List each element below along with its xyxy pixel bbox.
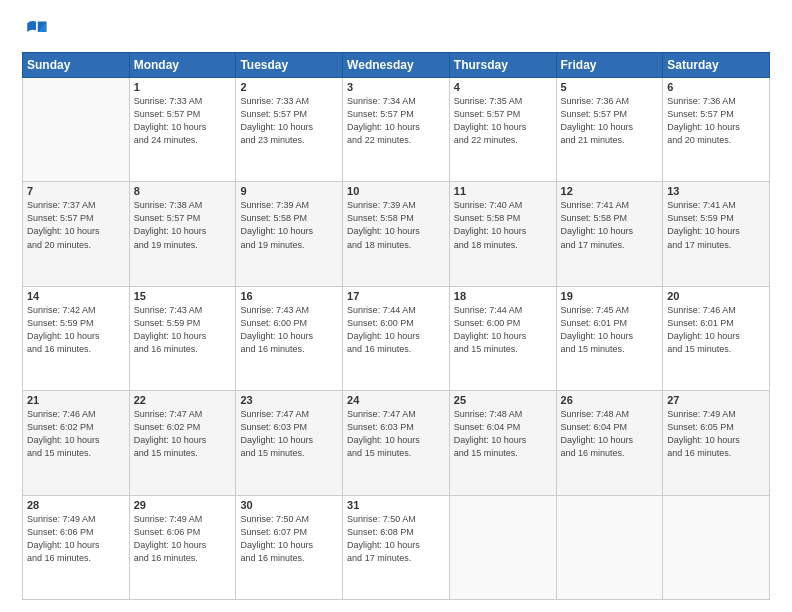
day-number: 20 xyxy=(667,290,765,302)
day-number: 26 xyxy=(561,394,659,406)
calendar-cell: 27Sunrise: 7:49 AMSunset: 6:05 PMDayligh… xyxy=(663,391,770,495)
day-info: Sunrise: 7:50 AMSunset: 6:07 PMDaylight:… xyxy=(240,513,338,565)
day-info: Sunrise: 7:36 AMSunset: 5:57 PMDaylight:… xyxy=(667,95,765,147)
calendar-cell xyxy=(663,495,770,599)
day-number: 21 xyxy=(27,394,125,406)
logo xyxy=(22,18,54,46)
calendar-cell: 7Sunrise: 7:37 AMSunset: 5:57 PMDaylight… xyxy=(23,182,130,286)
day-info: Sunrise: 7:43 AMSunset: 5:59 PMDaylight:… xyxy=(134,304,232,356)
day-number: 19 xyxy=(561,290,659,302)
calendar-cell: 26Sunrise: 7:48 AMSunset: 6:04 PMDayligh… xyxy=(556,391,663,495)
day-number: 25 xyxy=(454,394,552,406)
calendar-cell: 4Sunrise: 7:35 AMSunset: 5:57 PMDaylight… xyxy=(449,78,556,182)
day-info: Sunrise: 7:44 AMSunset: 6:00 PMDaylight:… xyxy=(347,304,445,356)
calendar-cell: 6Sunrise: 7:36 AMSunset: 5:57 PMDaylight… xyxy=(663,78,770,182)
day-info: Sunrise: 7:34 AMSunset: 5:57 PMDaylight:… xyxy=(347,95,445,147)
day-info: Sunrise: 7:45 AMSunset: 6:01 PMDaylight:… xyxy=(561,304,659,356)
day-number: 29 xyxy=(134,499,232,511)
day-info: Sunrise: 7:42 AMSunset: 5:59 PMDaylight:… xyxy=(27,304,125,356)
day-number: 27 xyxy=(667,394,765,406)
day-info: Sunrise: 7:36 AMSunset: 5:57 PMDaylight:… xyxy=(561,95,659,147)
calendar-cell: 1Sunrise: 7:33 AMSunset: 5:57 PMDaylight… xyxy=(129,78,236,182)
day-info: Sunrise: 7:47 AMSunset: 6:03 PMDaylight:… xyxy=(347,408,445,460)
calendar-cell: 23Sunrise: 7:47 AMSunset: 6:03 PMDayligh… xyxy=(236,391,343,495)
calendar-cell: 30Sunrise: 7:50 AMSunset: 6:07 PMDayligh… xyxy=(236,495,343,599)
calendar-cell: 11Sunrise: 7:40 AMSunset: 5:58 PMDayligh… xyxy=(449,182,556,286)
weekday-header-row: SundayMondayTuesdayWednesdayThursdayFrid… xyxy=(23,53,770,78)
day-info: Sunrise: 7:39 AMSunset: 5:58 PMDaylight:… xyxy=(240,199,338,251)
calendar-cell: 12Sunrise: 7:41 AMSunset: 5:58 PMDayligh… xyxy=(556,182,663,286)
day-info: Sunrise: 7:46 AMSunset: 6:02 PMDaylight:… xyxy=(27,408,125,460)
calendar-cell: 28Sunrise: 7:49 AMSunset: 6:06 PMDayligh… xyxy=(23,495,130,599)
day-number: 3 xyxy=(347,81,445,93)
day-number: 15 xyxy=(134,290,232,302)
calendar-table: SundayMondayTuesdayWednesdayThursdayFrid… xyxy=(22,52,770,600)
day-number: 23 xyxy=(240,394,338,406)
week-row-4: 21Sunrise: 7:46 AMSunset: 6:02 PMDayligh… xyxy=(23,391,770,495)
day-number: 4 xyxy=(454,81,552,93)
day-info: Sunrise: 7:46 AMSunset: 6:01 PMDaylight:… xyxy=(667,304,765,356)
day-info: Sunrise: 7:33 AMSunset: 5:57 PMDaylight:… xyxy=(134,95,232,147)
week-row-2: 7Sunrise: 7:37 AMSunset: 5:57 PMDaylight… xyxy=(23,182,770,286)
day-number: 22 xyxy=(134,394,232,406)
calendar-cell xyxy=(23,78,130,182)
calendar-cell: 19Sunrise: 7:45 AMSunset: 6:01 PMDayligh… xyxy=(556,286,663,390)
day-info: Sunrise: 7:47 AMSunset: 6:03 PMDaylight:… xyxy=(240,408,338,460)
day-number: 14 xyxy=(27,290,125,302)
day-number: 24 xyxy=(347,394,445,406)
day-info: Sunrise: 7:35 AMSunset: 5:57 PMDaylight:… xyxy=(454,95,552,147)
calendar-cell: 22Sunrise: 7:47 AMSunset: 6:02 PMDayligh… xyxy=(129,391,236,495)
calendar-cell: 31Sunrise: 7:50 AMSunset: 6:08 PMDayligh… xyxy=(343,495,450,599)
weekday-header-friday: Friday xyxy=(556,53,663,78)
day-info: Sunrise: 7:49 AMSunset: 6:06 PMDaylight:… xyxy=(27,513,125,565)
week-row-5: 28Sunrise: 7:49 AMSunset: 6:06 PMDayligh… xyxy=(23,495,770,599)
calendar-cell xyxy=(449,495,556,599)
day-number: 7 xyxy=(27,185,125,197)
day-number: 16 xyxy=(240,290,338,302)
day-info: Sunrise: 7:50 AMSunset: 6:08 PMDaylight:… xyxy=(347,513,445,565)
day-info: Sunrise: 7:39 AMSunset: 5:58 PMDaylight:… xyxy=(347,199,445,251)
calendar-cell: 16Sunrise: 7:43 AMSunset: 6:00 PMDayligh… xyxy=(236,286,343,390)
calendar-cell: 2Sunrise: 7:33 AMSunset: 5:57 PMDaylight… xyxy=(236,78,343,182)
calendar-cell: 8Sunrise: 7:38 AMSunset: 5:57 PMDaylight… xyxy=(129,182,236,286)
day-info: Sunrise: 7:41 AMSunset: 5:59 PMDaylight:… xyxy=(667,199,765,251)
day-info: Sunrise: 7:43 AMSunset: 6:00 PMDaylight:… xyxy=(240,304,338,356)
week-row-3: 14Sunrise: 7:42 AMSunset: 5:59 PMDayligh… xyxy=(23,286,770,390)
calendar-cell: 20Sunrise: 7:46 AMSunset: 6:01 PMDayligh… xyxy=(663,286,770,390)
day-number: 11 xyxy=(454,185,552,197)
day-info: Sunrise: 7:38 AMSunset: 5:57 PMDaylight:… xyxy=(134,199,232,251)
weekday-header-sunday: Sunday xyxy=(23,53,130,78)
calendar-cell: 24Sunrise: 7:47 AMSunset: 6:03 PMDayligh… xyxy=(343,391,450,495)
day-number: 31 xyxy=(347,499,445,511)
weekday-header-tuesday: Tuesday xyxy=(236,53,343,78)
page-header xyxy=(22,18,770,46)
calendar-cell xyxy=(556,495,663,599)
calendar-cell: 14Sunrise: 7:42 AMSunset: 5:59 PMDayligh… xyxy=(23,286,130,390)
weekday-header-wednesday: Wednesday xyxy=(343,53,450,78)
day-info: Sunrise: 7:49 AMSunset: 6:06 PMDaylight:… xyxy=(134,513,232,565)
day-info: Sunrise: 7:33 AMSunset: 5:57 PMDaylight:… xyxy=(240,95,338,147)
day-number: 5 xyxy=(561,81,659,93)
day-number: 10 xyxy=(347,185,445,197)
day-number: 6 xyxy=(667,81,765,93)
calendar-cell: 9Sunrise: 7:39 AMSunset: 5:58 PMDaylight… xyxy=(236,182,343,286)
day-number: 13 xyxy=(667,185,765,197)
calendar-cell: 3Sunrise: 7:34 AMSunset: 5:57 PMDaylight… xyxy=(343,78,450,182)
calendar-cell: 18Sunrise: 7:44 AMSunset: 6:00 PMDayligh… xyxy=(449,286,556,390)
day-number: 1 xyxy=(134,81,232,93)
day-info: Sunrise: 7:37 AMSunset: 5:57 PMDaylight:… xyxy=(27,199,125,251)
day-info: Sunrise: 7:48 AMSunset: 6:04 PMDaylight:… xyxy=(454,408,552,460)
calendar-cell: 10Sunrise: 7:39 AMSunset: 5:58 PMDayligh… xyxy=(343,182,450,286)
calendar-cell: 21Sunrise: 7:46 AMSunset: 6:02 PMDayligh… xyxy=(23,391,130,495)
day-info: Sunrise: 7:44 AMSunset: 6:00 PMDaylight:… xyxy=(454,304,552,356)
weekday-header-saturday: Saturday xyxy=(663,53,770,78)
day-number: 8 xyxy=(134,185,232,197)
week-row-1: 1Sunrise: 7:33 AMSunset: 5:57 PMDaylight… xyxy=(23,78,770,182)
day-number: 2 xyxy=(240,81,338,93)
day-info: Sunrise: 7:41 AMSunset: 5:58 PMDaylight:… xyxy=(561,199,659,251)
calendar-cell: 15Sunrise: 7:43 AMSunset: 5:59 PMDayligh… xyxy=(129,286,236,390)
weekday-header-thursday: Thursday xyxy=(449,53,556,78)
day-number: 28 xyxy=(27,499,125,511)
day-info: Sunrise: 7:49 AMSunset: 6:05 PMDaylight:… xyxy=(667,408,765,460)
calendar-cell: 17Sunrise: 7:44 AMSunset: 6:00 PMDayligh… xyxy=(343,286,450,390)
